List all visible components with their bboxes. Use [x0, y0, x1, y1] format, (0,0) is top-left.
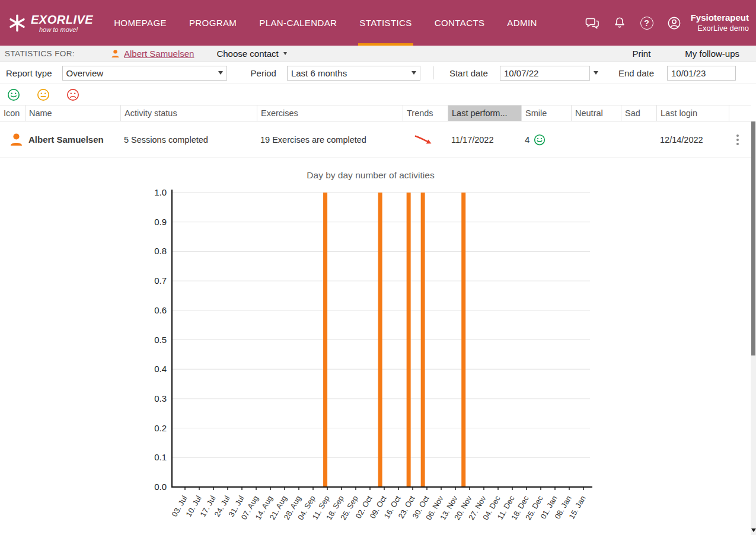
print-button[interactable]: Print	[632, 49, 650, 59]
row-actions-cell	[729, 132, 751, 148]
row-name[interactable]: Albert Samuelsen	[25, 134, 120, 145]
filter-divider	[433, 66, 434, 79]
column-header-sad[interactable]: Sad	[621, 105, 656, 121]
user-org: ExorLive demo	[697, 24, 749, 33]
start-date-calendar-button[interactable]	[590, 66, 602, 81]
start-date-input[interactable]	[500, 66, 590, 81]
happy-smiley-filter-icon[interactable]	[7, 88, 20, 101]
svg-text:0.2: 0.2	[154, 423, 167, 433]
chat-icon[interactable]	[585, 16, 599, 30]
choose-contact-label: Choose contact	[216, 49, 278, 59]
top-navigation-bar: EXORLIVE how to move! HOMEPAGE PROGRAM P…	[0, 0, 756, 46]
chevron-down-icon	[215, 71, 227, 75]
app-root: EXORLIVE how to move! HOMEPAGE PROGRAM P…	[0, 0, 756, 535]
statistics-for-label: STATISTICS FOR:	[5, 49, 75, 58]
chart-labels: 0.00.10.20.30.40.50.60.70.80.91.003. Jul…	[154, 187, 587, 521]
row-activity-status: 5 Sessions completed	[120, 135, 257, 145]
help-glyph: ?	[640, 17, 653, 30]
svg-text:0.9: 0.9	[154, 217, 167, 227]
results-table-header: Icon Name Activity status Exercises Tren…	[0, 105, 751, 121]
top-icons: ?	[585, 0, 681, 46]
column-header-exercises[interactable]: Exercises	[257, 105, 403, 121]
row-smile-cell: 4	[521, 134, 571, 146]
row-icon-cell	[0, 132, 25, 148]
nav-homepage[interactable]: HOMEPAGE	[113, 0, 168, 46]
brand-name: EXORLIVE	[31, 13, 93, 27]
row-trend-cell	[403, 133, 448, 146]
column-header-last-login[interactable]: Last login	[656, 105, 729, 121]
user-name: Fysioterapeut	[691, 12, 749, 24]
report-type-value: Overview	[63, 68, 215, 78]
contactbar-actions: Print My follow-ups	[632, 49, 739, 59]
row-last-performed: 11/17/2022	[448, 135, 521, 145]
chevron-down-icon	[283, 52, 287, 55]
column-header-neutral[interactable]: Neutral	[571, 105, 621, 121]
chevron-down-icon	[594, 71, 598, 75]
arrow-down-icon	[751, 528, 756, 532]
choose-contact-dropdown[interactable]: Choose contact	[216, 49, 286, 59]
brand-tagline: how to move!	[39, 26, 93, 33]
exorlive-logo[interactable]: EXORLIVE how to move!	[8, 0, 93, 46]
notifications-bell-icon[interactable]	[613, 16, 627, 30]
current-user[interactable]: Fysioterapeut ExorLive demo	[691, 0, 749, 46]
report-filter-bar: Report type Overview Period Last 6 month…	[0, 62, 756, 84]
my-followups-button[interactable]: My follow-ups	[685, 49, 739, 59]
activities-bar-chart: 0.00.10.20.30.40.50.60.70.80.91.003. Jul…	[136, 185, 605, 534]
svg-text:0.1: 0.1	[154, 452, 167, 462]
scrollbar-down-button[interactable]	[751, 526, 756, 535]
column-header-icon[interactable]: Icon	[0, 105, 25, 121]
exorlive-star-icon	[8, 14, 26, 32]
report-type-select[interactable]: Overview	[62, 66, 227, 81]
row-smile-count: 4	[525, 134, 529, 145]
help-icon[interactable]: ?	[640, 16, 654, 30]
scrollbar-thumb[interactable]	[751, 121, 755, 355]
row-exercises: 19 Exercises are completed	[257, 135, 403, 145]
person-icon	[8, 132, 24, 148]
chevron-down-icon	[408, 71, 420, 75]
account-icon[interactable]	[667, 16, 681, 30]
svg-text:0.3: 0.3	[154, 393, 167, 403]
logo-texts: EXORLIVE how to move!	[31, 13, 93, 33]
nav-contacts[interactable]: CONTACTS	[433, 0, 486, 46]
column-header-name[interactable]: Name	[25, 105, 120, 121]
period-value: Last 6 months	[288, 68, 408, 78]
nav-statistics[interactable]: STATISTICS	[358, 0, 413, 46]
nav-admin[interactable]: ADMIN	[506, 0, 538, 46]
svg-text:0.6: 0.6	[154, 305, 167, 315]
happy-smiley-icon	[534, 134, 546, 146]
selected-contact-link[interactable]: Albert Samuelsen	[124, 49, 194, 59]
svg-text:0.0: 0.0	[154, 482, 167, 492]
vertical-scrollbar[interactable]	[751, 121, 756, 535]
neutral-smiley-filter-icon[interactable]	[37, 88, 50, 101]
trend-down-arrow-icon	[413, 133, 433, 146]
nav-program[interactable]: PROGRAM	[188, 0, 238, 46]
svg-text:0.7: 0.7	[154, 275, 167, 286]
contact-person-icon	[110, 49, 120, 59]
sad-smiley-filter-icon[interactable]	[66, 88, 79, 101]
column-header-trends[interactable]: Trends	[403, 105, 448, 121]
table-row[interactable]: Albert Samuelsen 5 Sessions completed 19…	[0, 121, 751, 158]
period-label: Period	[251, 68, 276, 78]
row-last-login: 12/14/2022	[656, 135, 729, 145]
statistics-for-bar: STATISTICS FOR: Albert Samuelsen Choose …	[0, 46, 756, 62]
end-date-input[interactable]	[667, 66, 736, 81]
column-header-smile[interactable]: Smile	[521, 105, 571, 121]
column-header-actions	[729, 105, 751, 121]
smiley-filter-row	[0, 84, 756, 105]
column-header-activity-status[interactable]: Activity status	[120, 105, 257, 121]
svg-text:0.8: 0.8	[154, 246, 167, 256]
svg-text:0.5: 0.5	[154, 335, 167, 345]
svg-text:1.0: 1.0	[154, 187, 167, 197]
report-type-label: Report type	[6, 68, 52, 78]
nav-plan-calendar[interactable]: PLAN-CALENDAR	[258, 0, 338, 46]
row-menu-kebab-icon[interactable]	[734, 132, 741, 148]
column-header-last-performed[interactable]: Last perform...	[448, 105, 521, 121]
start-date-label: Start date	[449, 68, 488, 78]
end-date-label: End date	[618, 68, 654, 78]
svg-text:0.4: 0.4	[154, 364, 167, 374]
period-select[interactable]: Last 6 months	[287, 66, 420, 81]
chart-title: Day by day number of activities	[136, 170, 605, 181]
main-nav: HOMEPAGE PROGRAM PLAN-CALENDAR STATISTIC…	[103, 0, 548, 46]
